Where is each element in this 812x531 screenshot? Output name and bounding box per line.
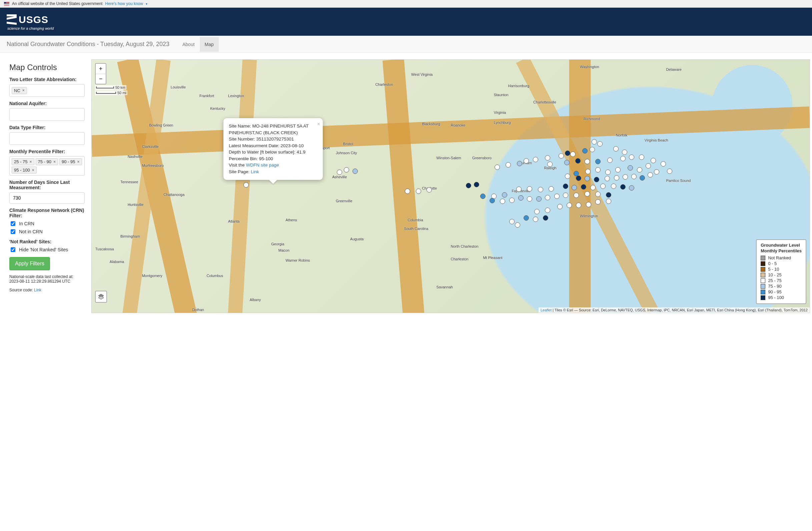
site-marker[interactable]	[629, 185, 634, 191]
site-marker[interactable]	[554, 194, 560, 199]
remove-tag-icon[interactable]: ×	[32, 168, 34, 172]
site-marker[interactable]	[646, 163, 651, 169]
site-marker[interactable]	[667, 169, 672, 174]
site-marker[interactable]	[565, 173, 570, 179]
site-marker[interactable]	[661, 161, 666, 167]
aquifer-input[interactable]	[9, 108, 85, 121]
site-marker[interactable]	[563, 184, 568, 189]
site-marker[interactable]	[480, 194, 485, 199]
site-marker[interactable]	[574, 193, 579, 198]
hide-notranked-checkbox[interactable]	[11, 247, 15, 252]
layers-button[interactable]	[95, 291, 107, 303]
map[interactable]: WashingtonWest VirginiaCharlestonDelawar…	[91, 59, 810, 313]
site-marker[interactable]	[337, 170, 342, 175]
site-marker[interactable]	[584, 191, 590, 197]
site-marker[interactable]	[622, 150, 627, 155]
days-input[interactable]	[9, 192, 85, 204]
percentile-input[interactable]: 25 - 75×75 - 90×90 - 95×95 - 100×	[9, 156, 85, 176]
tab-map[interactable]: Map	[200, 37, 219, 52]
site-marker[interactable]	[509, 198, 514, 203]
remove-tag-icon[interactable]: ×	[53, 159, 56, 164]
site-marker[interactable]	[586, 202, 591, 207]
site-marker[interactable]	[606, 192, 611, 198]
site-marker[interactable]	[405, 188, 410, 194]
site-marker[interactable]	[502, 192, 507, 198]
site-marker[interactable]	[590, 147, 595, 152]
site-marker[interactable]	[597, 141, 603, 146]
site-marker[interactable]	[620, 156, 626, 161]
popup-wdfn-link[interactable]: WDFN site page	[246, 163, 279, 168]
site-marker[interactable]	[563, 193, 568, 198]
crn-in-checkbox[interactable]	[11, 221, 15, 226]
site-marker[interactable]	[606, 199, 611, 204]
site-marker[interactable]	[545, 195, 550, 200]
site-marker[interactable]	[565, 151, 570, 156]
datatype-input[interactable]	[9, 132, 85, 145]
site-marker[interactable]	[516, 186, 522, 192]
site-marker[interactable]	[614, 175, 619, 181]
site-marker[interactable]	[620, 184, 626, 190]
site-marker[interactable]	[515, 222, 520, 228]
site-marker[interactable]	[500, 199, 505, 204]
site-marker[interactable]	[543, 215, 548, 221]
remove-tag-icon[interactable]: ×	[29, 159, 32, 164]
popup-close-icon[interactable]: ×	[317, 120, 320, 128]
popup-site-page-link[interactable]: Link	[251, 169, 259, 174]
zoom-in-button[interactable]: +	[96, 64, 106, 74]
site-marker[interactable]	[567, 202, 572, 208]
site-marker[interactable]	[564, 160, 569, 165]
site-marker[interactable]	[611, 184, 616, 189]
site-marker[interactable]	[631, 174, 637, 179]
leaflet-link[interactable]: Leaflet	[540, 308, 552, 312]
crn-not-checkbox[interactable]	[11, 229, 15, 234]
site-marker[interactable]	[533, 216, 538, 222]
site-marker[interactable]	[534, 209, 539, 214]
site-marker[interactable]	[557, 204, 563, 209]
site-marker[interactable]	[559, 153, 564, 158]
site-marker[interactable]	[639, 155, 644, 160]
site-marker[interactable]	[506, 162, 511, 168]
site-marker[interactable]	[524, 158, 529, 164]
site-marker[interactable]	[651, 158, 656, 163]
site-marker[interactable]	[570, 152, 576, 157]
site-marker[interactable]	[594, 177, 599, 182]
zoom-out-button[interactable]: −	[96, 74, 106, 84]
remove-tag-icon[interactable]: ×	[77, 159, 79, 164]
site-marker[interactable]	[605, 176, 610, 181]
site-marker[interactable]	[605, 170, 611, 175]
site-marker[interactable]	[576, 202, 581, 208]
remove-tag-icon[interactable]: ×	[22, 88, 25, 93]
site-marker[interactable]	[527, 186, 532, 192]
site-marker[interactable]	[549, 186, 554, 192]
state-input[interactable]: NC×	[9, 84, 85, 97]
site-marker[interactable]	[582, 148, 588, 154]
site-marker[interactable]	[509, 219, 514, 224]
site-marker[interactable]	[613, 146, 619, 152]
site-marker[interactable]	[545, 155, 550, 160]
site-marker[interactable]	[584, 159, 590, 164]
site-marker[interactable]	[545, 208, 550, 213]
site-marker[interactable]	[615, 167, 621, 172]
site-marker[interactable]	[584, 176, 590, 181]
site-marker[interactable]	[654, 169, 659, 174]
site-marker[interactable]	[571, 185, 577, 190]
site-marker[interactable]	[426, 187, 432, 193]
site-marker[interactable]	[533, 157, 538, 162]
site-marker[interactable]	[585, 169, 591, 174]
usgs-logo[interactable]: USGS science for a changing world	[7, 12, 805, 32]
site-marker[interactable]	[575, 158, 581, 164]
site-marker[interactable]	[344, 167, 349, 172]
site-marker[interactable]	[244, 182, 249, 187]
site-marker[interactable]	[495, 165, 500, 170]
site-marker[interactable]	[547, 162, 553, 167]
site-marker[interactable]	[595, 167, 600, 172]
site-marker[interactable]	[576, 176, 581, 181]
site-marker[interactable]	[536, 196, 541, 201]
site-marker[interactable]	[517, 161, 522, 166]
site-marker[interactable]	[627, 165, 633, 170]
site-marker[interactable]	[466, 183, 471, 188]
site-marker[interactable]	[637, 167, 642, 172]
site-marker[interactable]	[581, 184, 586, 190]
tab-about[interactable]: About	[177, 37, 200, 52]
site-marker[interactable]	[590, 185, 596, 190]
